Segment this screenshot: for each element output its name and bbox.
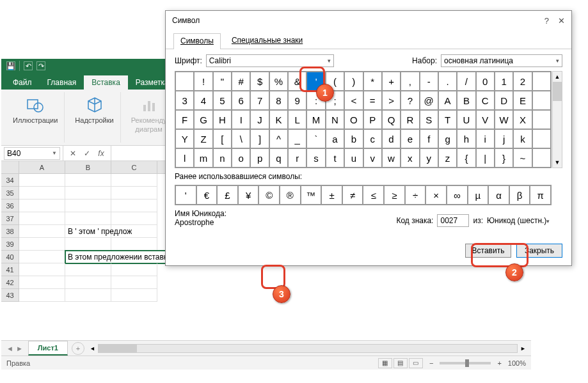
- char-cell[interactable]: D: [495, 91, 513, 110]
- char-cell[interactable]: +: [382, 72, 401, 91]
- char-cell[interactable]: $: [250, 72, 269, 91]
- recent-char[interactable]: €: [196, 185, 218, 205]
- char-cell[interactable]: n: [213, 148, 232, 168]
- grid-scrollbar[interactable]: ▲ ▼: [552, 71, 562, 168]
- char-cell[interactable]: 6: [232, 91, 250, 110]
- char-cell[interactable]: V: [476, 110, 495, 129]
- char-cell[interactable]: Q: [382, 110, 401, 129]
- char-cell[interactable]: b: [344, 129, 363, 148]
- char-cell[interactable]: 1: [495, 72, 513, 91]
- char-cell[interactable]: /: [457, 72, 475, 91]
- char-cell[interactable]: r: [288, 148, 306, 168]
- char-cell[interactable]: {: [457, 148, 475, 168]
- scroll-right-icon[interactable]: ►: [520, 345, 526, 352]
- char-cell[interactable]: f: [420, 129, 438, 148]
- char-cell[interactable]: F: [175, 110, 194, 129]
- char-cell[interactable]: m: [194, 148, 212, 168]
- recent-char[interactable]: ≤: [363, 185, 384, 205]
- recent-char[interactable]: ©: [258, 185, 280, 205]
- tab-symbols[interactable]: Символы: [173, 33, 221, 49]
- char-cell[interactable]: T: [438, 110, 457, 129]
- cell-B38[interactable]: В ' этом ' предлож: [65, 225, 111, 238]
- cancel-formula-icon[interactable]: ✕: [67, 149, 79, 158]
- char-cell[interactable]: K: [269, 110, 288, 129]
- char-cell[interactable]: ?: [401, 91, 419, 110]
- row-headers[interactable]: 34353637383940414243: [1, 174, 19, 302]
- add-sheet-button[interactable]: +: [72, 342, 84, 355]
- char-cell[interactable]: @: [420, 91, 438, 110]
- char-cell[interactable]: }: [495, 148, 513, 168]
- char-cell[interactable]: _: [288, 129, 306, 148]
- recent-char[interactable]: ®: [280, 185, 301, 205]
- char-cell[interactable]: >: [382, 91, 401, 110]
- zoom-out-icon[interactable]: −: [429, 359, 433, 367]
- char-cell[interactable]: 9: [288, 91, 306, 110]
- subset-select[interactable]: основная латиница▾: [441, 54, 562, 67]
- char-cell[interactable]: R: [401, 110, 419, 129]
- recent-char[interactable]: ∞: [447, 185, 468, 205]
- char-cell[interactable]: J: [250, 110, 269, 129]
- char-cell[interactable]: X: [513, 110, 532, 129]
- char-cell[interactable]: w: [382, 148, 401, 168]
- recent-char[interactable]: π: [530, 185, 551, 205]
- illustrations-button[interactable]: Иллюстрации: [10, 93, 60, 125]
- char-cell[interactable]: 5: [213, 91, 232, 110]
- char-cell[interactable]: Z: [194, 129, 212, 148]
- sheet-nav-prev-icon[interactable]: ◄: [6, 345, 13, 352]
- char-cell[interactable]: t: [326, 148, 344, 168]
- char-cell[interactable]: d: [382, 129, 401, 148]
- help-icon[interactable]: ?: [544, 16, 549, 26]
- char-cell[interactable]: [: [213, 129, 232, 148]
- recent-characters[interactable]: '€£¥©®™±≠≤≥÷×∞µαβπ: [175, 185, 552, 205]
- char-cell[interactable]: `: [306, 129, 325, 148]
- code-input[interactable]: [437, 214, 469, 227]
- save-icon[interactable]: 💾: [6, 61, 15, 70]
- char-cell[interactable]: -: [420, 72, 438, 91]
- char-cell[interactable]: 3: [175, 91, 194, 110]
- tab-special-chars[interactable]: Специальные знаки: [225, 33, 310, 49]
- char-cell[interactable]: E: [513, 91, 532, 110]
- char-cell[interactable]: S: [420, 110, 438, 129]
- char-cell[interactable]: c: [363, 129, 382, 148]
- scroll-down-icon[interactable]: ▼: [553, 157, 562, 168]
- view-page-layout-icon[interactable]: ▤: [393, 358, 408, 368]
- char-cell[interactable]: U: [457, 110, 475, 129]
- char-cell[interactable]: O: [344, 110, 363, 129]
- undo-icon[interactable]: ↶: [24, 61, 33, 70]
- char-cell[interactable]: ": [213, 72, 232, 91]
- recent-char[interactable]: ±: [321, 185, 342, 205]
- recent-char[interactable]: α: [488, 185, 509, 205]
- char-cell[interactable]: P: [363, 110, 382, 129]
- char-cell[interactable]: |: [476, 148, 495, 168]
- char-cell[interactable]: x: [401, 148, 419, 168]
- horizontal-scrollbar[interactable]: ◄ ►: [84, 344, 531, 353]
- recent-char[interactable]: ≥: [384, 185, 405, 205]
- char-cell[interactable]: ^: [269, 129, 288, 148]
- sheet-tab-1[interactable]: Лист1: [28, 341, 68, 356]
- char-cell[interactable]: 0: [476, 72, 495, 91]
- char-cell[interactable]: C: [476, 91, 495, 110]
- char-cell[interactable]: a: [326, 129, 344, 148]
- redo-icon[interactable]: ↷: [36, 61, 45, 70]
- char-cell[interactable]: [175, 72, 194, 91]
- char-cell[interactable]: <: [344, 91, 363, 110]
- recent-char[interactable]: ÷: [405, 185, 426, 205]
- recommended-charts-button[interactable]: Рекоменду диаграм: [129, 93, 170, 134]
- char-cell[interactable]: 8: [269, 91, 288, 110]
- character-grid[interactable]: !"#$%&'()*+,-./0123456789:;<=>?@ABCDEFGH…: [175, 71, 552, 168]
- scroll-left-icon[interactable]: ◄: [90, 345, 95, 352]
- font-select[interactable]: Calibri▾: [206, 54, 334, 67]
- view-page-break-icon[interactable]: ▭: [409, 358, 423, 368]
- char-cell[interactable]: ,: [401, 72, 419, 91]
- char-cell[interactable]: N: [326, 110, 344, 129]
- char-cell[interactable]: #: [232, 72, 250, 91]
- encoding-select[interactable]: Юникод (шестн.)▾: [487, 216, 562, 225]
- char-cell[interactable]: k: [513, 129, 532, 148]
- char-cell[interactable]: A: [438, 91, 457, 110]
- char-cell[interactable]: =: [363, 91, 382, 110]
- zoom-slider[interactable]: [440, 362, 491, 364]
- recent-char[interactable]: £: [217, 185, 238, 205]
- char-cell[interactable]: u: [344, 148, 363, 168]
- char-cell[interactable]: B: [457, 91, 475, 110]
- char-cell[interactable]: 7: [250, 91, 269, 110]
